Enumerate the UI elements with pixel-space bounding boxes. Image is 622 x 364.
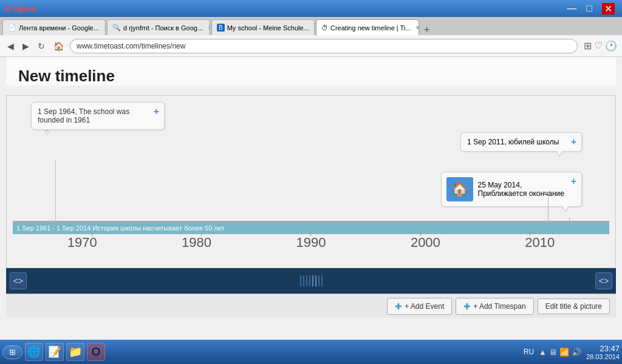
new-tab-btn[interactable]: +	[420, 24, 433, 35]
nav-line-7	[318, 275, 320, 286]
taskbar-icon-opera[interactable]: O	[87, 343, 105, 361]
back-btn[interactable]: ◀	[5, 40, 16, 52]
nav-line-6	[315, 275, 316, 286]
taskbar-icon-word[interactable]: 📝	[46, 343, 64, 361]
clock-icon[interactable]: 🕐	[605, 40, 617, 52]
tab-1-label: Лента времени - Google...	[19, 24, 99, 32]
tray-icons: ▲ 🖥 📶 🔊	[539, 348, 581, 357]
nav-icons: ⊞ ♡ 🕐	[584, 40, 617, 52]
address-text: www.timetoast.com/timelines/new	[77, 42, 185, 50]
network-icon: 🖥	[549, 348, 557, 357]
grid-icon[interactable]: ⊞	[584, 40, 592, 52]
add-timespan-label: + Add Timespan	[473, 302, 525, 311]
taskbar-icon-ie[interactable]: 🌐	[25, 343, 43, 361]
tab-bar: 📄 Лента времени - Google... ✕ 🔍 d rjynfr…	[0, 17, 622, 35]
year-labels: 1970 1980 1990 2000 2010	[7, 235, 615, 251]
scroll-right-btn[interactable]: <>	[595, 272, 612, 289]
add-event-icon: ✚	[395, 302, 402, 311]
tab-1-close[interactable]: ✕	[104, 24, 106, 31]
browser-logo: O Opera	[5, 4, 36, 13]
tab-2-close[interactable]: ✕	[208, 24, 210, 31]
edit-title-btn[interactable]: Edit title & picture	[538, 298, 610, 314]
close-btn[interactable]: ✕	[602, 3, 615, 15]
tab-4-icon: ⏱	[321, 24, 328, 32]
timespan-label: 1 Sep 1961 - 1 Sep 2014 История школы на…	[16, 224, 225, 232]
volume-icon: 🔊	[572, 348, 581, 357]
arrow-up-icon: ▲	[539, 348, 547, 357]
scroll-left-btn[interactable]: <>	[10, 272, 27, 289]
tab-3-icon: B	[217, 24, 225, 32]
nav-bar: ◀ ▶ ↻ 🏠 www.timetoast.com/timelines/new …	[0, 35, 622, 57]
maximize-btn[interactable]: □	[586, 3, 592, 14]
event-3-image: 🏠	[446, 177, 473, 201]
title-bar: O Opera — □ ✕	[0, 0, 622, 17]
nav-line-8	[321, 275, 323, 286]
tab-1-icon: 📄	[8, 24, 16, 32]
event-bubble-2: 1 Sep 2011, юбилей школы +	[460, 132, 582, 152]
event-3-add-btn[interactable]: +	[571, 176, 576, 187]
taskbar-icon-folder[interactable]: 📁	[66, 343, 84, 361]
year-2000: 2000	[411, 235, 440, 251]
action-bar: ✚ + Add Event ✚ + Add Timespan Edit titl…	[6, 294, 616, 318]
year-1970: 1970	[67, 235, 97, 251]
nav-center	[300, 275, 323, 286]
tab-4-label: Creating new timeline | Ti...	[330, 24, 411, 32]
tab-3-close[interactable]: ✕	[314, 24, 315, 31]
reload-btn[interactable]: ↻	[35, 40, 47, 52]
nav-line-5	[312, 275, 313, 286]
event-3-text: 25 May 2014, Приближается окончание	[478, 181, 565, 198]
year-1980: 1980	[182, 235, 211, 251]
minimize-btn[interactable]: —	[567, 3, 576, 14]
tab-2-icon: 🔍	[112, 24, 121, 32]
year-2010: 2010	[525, 235, 555, 251]
tab-2-label: d rjynfrnt - Поиск в Goog...	[123, 24, 203, 32]
tab-2[interactable]: 🔍 d rjynfrnt - Поиск в Goog... ✕	[107, 19, 210, 35]
tab-3-label: My school - Meine Schule...	[227, 24, 309, 32]
locale-indicator: RU	[524, 348, 534, 356]
windows-logo: ⊞	[9, 348, 16, 357]
event-2-add-btn[interactable]: +	[571, 136, 576, 147]
page-title: New timeline	[18, 67, 604, 86]
tick-3	[310, 232, 311, 236]
add-event-label: + Add Event	[405, 302, 444, 311]
start-button[interactable]: ⊞	[2, 345, 22, 359]
timeline-line	[13, 221, 609, 222]
year-1990: 1990	[296, 235, 326, 251]
taskbar: ⊞ 🌐 📝 📁 O RU ▲ 🖥 📶 🔊 23:47 28.03.2014	[0, 340, 622, 364]
event-2-text: 1 Sep 2011, юбилей школы	[467, 138, 559, 146]
tab-3[interactable]: B My school - Meine Schule... ✕	[211, 19, 315, 35]
add-timespan-icon: ✚	[463, 302, 471, 311]
connector-line-1	[55, 160, 56, 226]
edit-title-label: Edit title & picture	[545, 302, 602, 311]
tick-4	[420, 232, 421, 236]
add-timespan-btn[interactable]: ✚ + Add Timespan	[456, 298, 533, 315]
nav-line-4	[309, 275, 310, 286]
tick-5	[530, 232, 530, 236]
event-bubble-3: 🏠 25 May 2014, Приближается окончание +	[441, 172, 583, 207]
address-bar[interactable]: www.timetoast.com/timelines/new	[70, 39, 578, 53]
home-btn[interactable]: 🏠	[51, 40, 66, 52]
timeline-area: 1 Sep 1964, The school was founded in 19…	[6, 95, 616, 268]
clock-date: 28.03.2014	[586, 353, 620, 360]
event-bubble-1: 1 Sep 1964, The school was founded in 19…	[31, 102, 165, 130]
tab-4-close[interactable]: ✕	[415, 24, 419, 31]
tab-4[interactable]: ⏱ Creating new timeline | Ti... ✕	[316, 19, 419, 35]
system-clock: 23:47 28.03.2014	[586, 344, 620, 360]
tick-1	[92, 232, 92, 236]
tick-marks	[7, 232, 615, 236]
nav-line-2	[303, 275, 304, 286]
nav-line-3	[306, 275, 307, 286]
tab-1[interactable]: 📄 Лента времени - Google... ✕	[2, 19, 106, 35]
heart-icon[interactable]: ♡	[594, 40, 603, 52]
taskbar-right: RU ▲ 🖥 📶 🔊 23:47 28.03.2014	[524, 344, 620, 360]
nav-line-1	[300, 275, 301, 286]
tick-2	[201, 232, 202, 236]
add-event-btn[interactable]: ✚ + Add Event	[387, 298, 452, 315]
clock-time: 23:47	[586, 344, 620, 353]
signal-icon: 📶	[559, 348, 569, 357]
forward-btn[interactable]: ▶	[20, 40, 32, 52]
event-1-text: 1 Sep 1964, The school was founded in 19…	[38, 107, 129, 124]
nav-control-bar: <> <>	[6, 268, 616, 294]
event-1-add-btn[interactable]: +	[154, 106, 159, 117]
